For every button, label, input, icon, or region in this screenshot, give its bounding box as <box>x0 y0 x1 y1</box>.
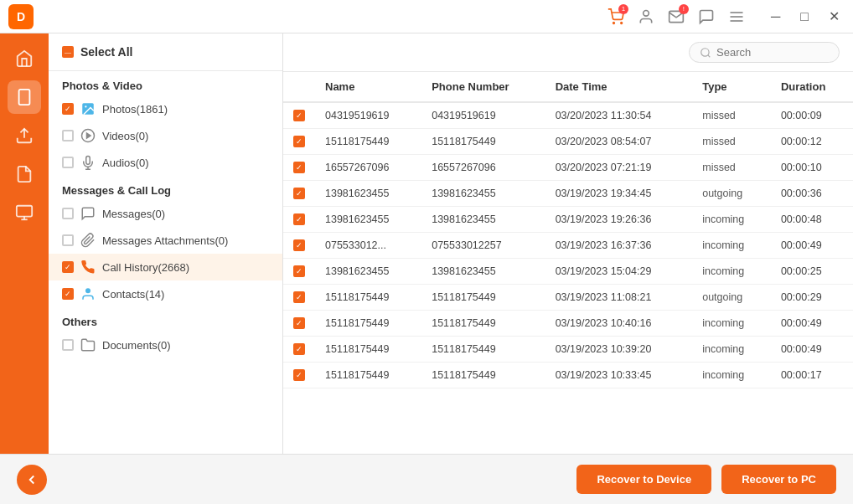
nav-home[interactable] <box>8 42 41 75</box>
table-row[interactable]: 15118175449 15118175449 03/20/2023 08:54… <box>283 129 853 155</box>
content-area: Name Phone Number Date Time Type Duratio… <box>283 33 853 454</box>
main-layout: Select All Photos & Video Photos(1861) V… <box>0 33 853 454</box>
row-phone-6: 13981623455 <box>421 259 545 285</box>
search-box[interactable] <box>689 42 840 63</box>
svg-marker-15 <box>87 133 91 138</box>
row-checkbox-10[interactable] <box>283 363 315 388</box>
table-row[interactable]: 16557267096 16557267096 03/20/2023 07:21… <box>283 155 853 181</box>
back-button[interactable] <box>17 465 47 495</box>
cart-icon[interactable]: 1 <box>607 8 625 26</box>
col-name: Name <box>315 72 421 102</box>
row-checkbox-0[interactable] <box>283 102 315 129</box>
row-datetime-4: 03/19/2023 19:26:36 <box>545 207 693 233</box>
table-row[interactable]: 15118175449 15118175449 03/19/2023 10:39… <box>283 337 853 363</box>
sidebar-item-attachments[interactable]: Messages Attachments(0) <box>49 227 282 254</box>
sidebar: Select All Photos & Video Photos(1861) V… <box>49 33 283 454</box>
row-type-3: outgoing <box>692 181 771 207</box>
table-row[interactable]: 075533012... 075533012257 03/19/2023 16:… <box>283 233 853 259</box>
nav-settings[interactable] <box>8 196 41 229</box>
mail-badge: ! <box>679 4 689 14</box>
row-duration-3: 00:00:36 <box>771 181 853 207</box>
row-name-10: 15118175449 <box>315 363 421 388</box>
table-header-row: Name Phone Number Date Time Type Duratio… <box>283 72 853 102</box>
content-toolbar <box>283 33 853 72</box>
table-row[interactable]: 15118175449 15118175449 03/19/2023 10:33… <box>283 363 853 388</box>
table-row[interactable]: 13981623455 13981623455 03/19/2023 15:04… <box>283 259 853 285</box>
sidebar-item-callhistory[interactable]: Call History(2668) <box>49 254 282 280</box>
table-row[interactable]: 15118175449 15118175449 03/19/2023 10:40… <box>283 311 853 337</box>
videos-checkbox[interactable] <box>62 130 74 141</box>
chat-icon[interactable] <box>697 8 716 26</box>
sidebar-select-all[interactable]: Select All <box>49 33 282 71</box>
sidebar-item-messages[interactable]: Messages(0) <box>49 200 282 227</box>
recover-pc-button[interactable]: Recover to PC <box>721 465 836 494</box>
row-checkbox-9[interactable] <box>283 337 315 363</box>
row-type-1: missed <box>692 129 771 155</box>
callhistory-checkbox[interactable] <box>62 261 74 273</box>
document-icon <box>80 337 96 352</box>
audios-checkbox[interactable] <box>62 157 74 168</box>
row-type-9: incoming <box>692 337 771 363</box>
recover-device-button[interactable]: Recover to Device <box>576 465 711 494</box>
table-row[interactable]: 15118175449 15118175449 03/19/2023 11:08… <box>283 285 853 311</box>
close-button[interactable]: ✕ <box>824 7 845 26</box>
row-datetime-10: 03/19/2023 10:33:45 <box>545 363 693 388</box>
select-all-checkbox[interactable] <box>62 46 74 58</box>
sidebar-item-audios[interactable]: Audios(0) <box>49 149 282 176</box>
table-row[interactable]: 13981623455 13981623455 03/19/2023 19:34… <box>283 181 853 207</box>
row-checkbox-5[interactable] <box>283 233 315 259</box>
row-checkbox-3[interactable] <box>283 181 315 207</box>
documents-checkbox[interactable] <box>62 339 74 351</box>
row-checkbox-4[interactable] <box>283 207 315 233</box>
svg-point-1 <box>621 22 623 23</box>
messages-checkbox[interactable] <box>62 208 74 219</box>
row-checkbox-8[interactable] <box>283 311 315 337</box>
row-name-9: 15118175449 <box>315 337 421 363</box>
photos-checkbox[interactable] <box>62 103 74 115</box>
attachments-checkbox[interactable] <box>62 234 74 246</box>
sidebar-item-photos[interactable]: Photos(1861) <box>49 95 282 122</box>
cart-badge: 1 <box>618 4 628 14</box>
table-row[interactable]: 04319519619 04319519619 03/20/2023 11:30… <box>283 102 853 129</box>
row-phone-8: 15118175449 <box>421 311 545 337</box>
bottom-bar: Recover to Device Recover to PC <box>0 454 853 504</box>
row-checkbox-1[interactable] <box>283 129 315 155</box>
nav-files[interactable] <box>8 157 41 191</box>
row-duration-2: 00:00:10 <box>771 155 853 181</box>
nav-device[interactable] <box>8 80 41 114</box>
row-checkbox-6[interactable] <box>283 259 315 285</box>
row-phone-5: 075533012257 <box>421 233 545 259</box>
maximize-button[interactable]: □ <box>795 8 814 26</box>
mail-icon[interactable]: ! <box>667 8 685 26</box>
row-duration-7: 00:00:29 <box>771 285 853 311</box>
section-messages: Messages & Call Log <box>49 176 282 200</box>
contacts-checkbox[interactable] <box>62 288 74 300</box>
row-checkbox-2[interactable] <box>283 155 315 181</box>
table-row[interactable]: 13981623455 13981623455 03/19/2023 19:26… <box>283 207 853 233</box>
section-others: Others <box>49 307 282 332</box>
audios-label: Audios(0) <box>102 157 269 169</box>
row-name-0: 04319519619 <box>315 102 421 129</box>
row-datetime-2: 03/20/2023 07:21:19 <box>545 155 693 181</box>
row-phone-7: 15118175449 <box>421 285 545 311</box>
row-phone-10: 15118175449 <box>421 363 545 388</box>
row-checkbox-7[interactable] <box>283 285 315 311</box>
row-name-7: 15118175449 <box>315 285 421 311</box>
row-type-2: missed <box>692 155 771 181</box>
user-icon[interactable] <box>637 8 655 26</box>
row-datetime-9: 03/19/2023 10:39:20 <box>545 337 693 363</box>
contact-icon <box>80 286 96 301</box>
table-container: Name Phone Number Date Time Type Duratio… <box>283 72 853 454</box>
audio-icon <box>80 155 96 170</box>
section-photos-video: Photos & Video <box>49 71 282 95</box>
sidebar-item-videos[interactable]: Videos(0) <box>49 122 282 149</box>
row-datetime-6: 03/19/2023 15:04:29 <box>545 259 693 285</box>
titlebar: D 1 ! ─ □ ✕ <box>0 0 853 33</box>
menu-icon[interactable] <box>727 8 746 26</box>
active-indicator <box>45 84 49 117</box>
sidebar-item-documents[interactable]: Documents(0) <box>49 332 282 358</box>
nav-backup[interactable] <box>8 119 41 152</box>
search-input[interactable] <box>716 46 825 59</box>
minimize-button[interactable]: ─ <box>766 8 785 26</box>
sidebar-item-contacts[interactable]: Contacts(14) <box>49 280 282 307</box>
